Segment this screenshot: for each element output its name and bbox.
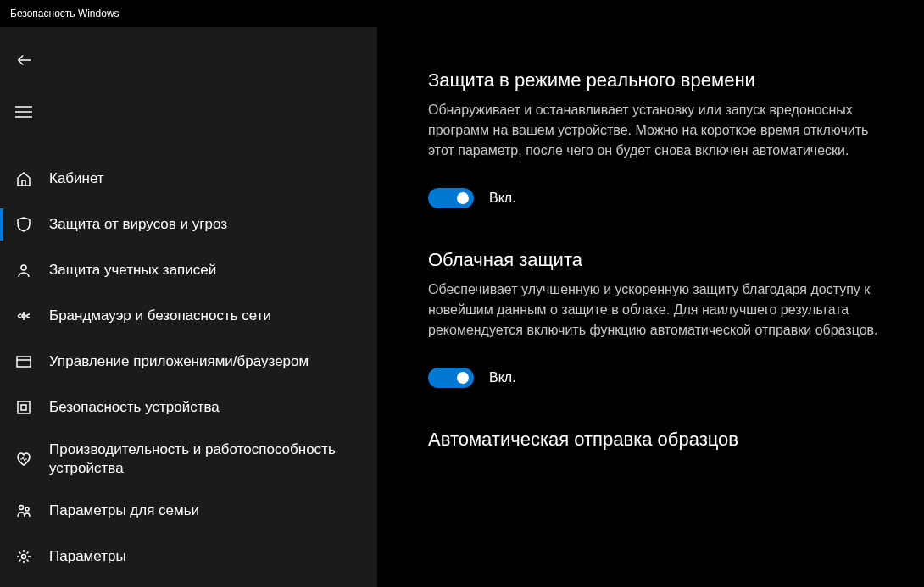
- toggle-row: Вкл.: [428, 368, 894, 388]
- sidebar-item-account-protection[interactable]: Защита учетных записей: [0, 247, 377, 293]
- section-title: Облачная защита: [428, 249, 894, 271]
- section-description: Обнаруживает и останавливает установку и…: [428, 100, 894, 161]
- sidebar-item-label: Защита учетных записей: [49, 261, 216, 280]
- toggle-knob: [457, 192, 469, 204]
- svg-rect-8: [21, 405, 26, 410]
- shield-icon: [15, 216, 32, 233]
- app-browser-icon: [15, 353, 32, 370]
- toggle-label: Вкл.: [489, 370, 516, 385]
- sidebar-item-label: Безопасность устройства: [49, 398, 220, 417]
- cloud-protection-toggle[interactable]: [428, 368, 474, 388]
- sidebar-item-settings[interactable]: Параметры: [0, 534, 377, 579]
- device-security-icon: [15, 399, 32, 416]
- sidebar-item-app-browser-control[interactable]: Управление приложениями/браузером: [0, 339, 377, 385]
- arrow-left-icon: [15, 51, 34, 69]
- svg-point-3: [21, 265, 26, 270]
- sidebar-item-home[interactable]: Кабинет: [0, 156, 377, 202]
- sidebar-item-label: Параметры: [49, 547, 126, 566]
- gear-icon: [15, 548, 32, 565]
- section-title: Защита в режиме реального времени: [428, 69, 894, 91]
- home-icon: [15, 170, 32, 187]
- sidebar-item-label: Кабинет: [49, 169, 104, 188]
- sidebar-item-label: Производительность и работоспособность у…: [49, 440, 377, 478]
- sidebar: Кабинет Защита от вирусов и угроз Защита…: [0, 27, 377, 587]
- hamburger-icon: [15, 106, 32, 118]
- sidebar-item-device-performance[interactable]: Производительность и работоспособность у…: [0, 430, 377, 488]
- back-button[interactable]: [0, 42, 39, 78]
- svg-point-9: [19, 506, 24, 510]
- section-title: Автоматическая отправка образцов: [428, 429, 894, 451]
- svg-rect-7: [18, 401, 30, 413]
- sidebar-item-virus-protection[interactable]: Защита от вирусов и угроз: [0, 202, 377, 247]
- heart-icon: [15, 451, 32, 468]
- section-realtime-protection: Защита в режиме реального времени Обнару…: [428, 69, 894, 208]
- toggle-label: Вкл.: [489, 191, 516, 206]
- svg-rect-5: [17, 357, 31, 367]
- sidebar-item-label: Управление приложениями/браузером: [49, 352, 309, 371]
- sidebar-item-device-security[interactable]: Безопасность устройства: [0, 385, 377, 430]
- account-icon: [15, 262, 32, 279]
- window-title: Безопасность Windows: [10, 8, 120, 19]
- svg-point-11: [22, 555, 26, 559]
- section-sample-submission: Автоматическая отправка образцов: [428, 429, 894, 451]
- titlebar: Безопасность Windows: [0, 0, 924, 27]
- family-icon: [15, 502, 32, 519]
- sidebar-item-label: Параметры для семьи: [49, 501, 199, 520]
- toggle-knob: [457, 372, 469, 384]
- toggle-row: Вкл.: [428, 188, 894, 208]
- svg-point-10: [25, 507, 29, 511]
- section-description: Обеспечивает улучшенную и ускоренную защ…: [428, 280, 894, 341]
- network-icon: [15, 307, 32, 324]
- sidebar-item-firewall[interactable]: Брандмауэр и безопасность сети: [0, 293, 377, 339]
- hamburger-button[interactable]: [0, 93, 39, 130]
- content-area: Защита в режиме реального времени Обнару…: [377, 27, 924, 587]
- section-cloud-protection: Облачная защита Обеспечивает улучшенную …: [428, 249, 894, 388]
- sidebar-item-label: Защита от вирусов и угроз: [49, 215, 227, 234]
- sidebar-item-label: Брандмауэр и безопасность сети: [49, 307, 271, 325]
- realtime-protection-toggle[interactable]: [428, 188, 474, 208]
- sidebar-item-family-options[interactable]: Параметры для семьи: [0, 488, 377, 534]
